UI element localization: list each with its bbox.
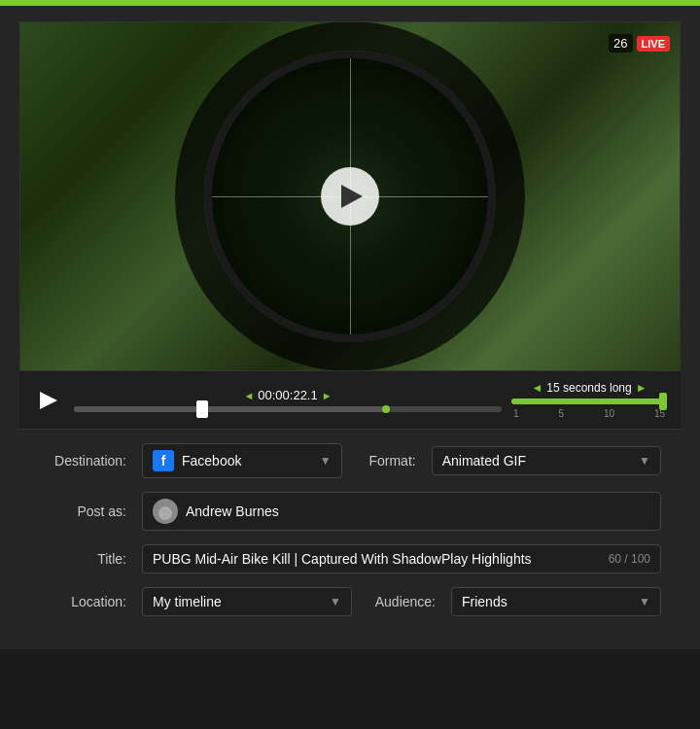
- trim-fill: [511, 399, 667, 404]
- trim-right-arrow: ►: [636, 381, 648, 395]
- format-chevron: ▼: [639, 454, 650, 468]
- live-number: 26: [609, 34, 632, 52]
- live-badge-group: 26 LIVE: [609, 34, 670, 52]
- location-label: Location:: [39, 594, 126, 609]
- audience-dropdown[interactable]: Friends ▼: [451, 587, 661, 616]
- destination-value: Facebook: [182, 453, 320, 469]
- location-chevron: ▼: [330, 595, 341, 608]
- title-label: Title:: [39, 551, 126, 567]
- format-dropdown[interactable]: Animated GIF ▼: [432, 446, 661, 475]
- live-tag: LIVE: [637, 36, 670, 52]
- timeline-marker: [382, 405, 390, 413]
- audience-value: Friends: [462, 594, 639, 609]
- trim-label: ◄ 15 seconds long ►: [511, 381, 667, 395]
- postas-label: Post as:: [39, 503, 126, 519]
- play-pause-button[interactable]: [33, 385, 64, 416]
- main-scrubber[interactable]: [74, 406, 502, 412]
- format-label: Format:: [358, 453, 416, 469]
- player-controls-bar: ◄ 00:00:22.1 ► ◄ 15 seconds long ►: [19, 371, 681, 430]
- audience-label: Audience:: [368, 594, 436, 609]
- tick-10: 10: [604, 408, 614, 419]
- destination-label: Destination:: [39, 453, 126, 469]
- time-display: ◄ 00:00:22.1 ►: [74, 388, 502, 402]
- char-count: 60 / 100: [609, 552, 650, 566]
- facebook-icon: f: [153, 450, 174, 471]
- location-audience-row: Location: My timeline ▼ Audience: Friend…: [39, 587, 661, 616]
- time-left-arrow: ◄: [243, 390, 254, 401]
- tick-1: 1: [513, 408, 519, 419]
- time-right-arrow: ►: [322, 390, 332, 401]
- destination-dropdown[interactable]: f Facebook ▼: [142, 443, 342, 478]
- trim-duration-text: 15 seconds long: [546, 381, 631, 395]
- timeline-fill: [74, 406, 382, 412]
- share-form: Destination: f Facebook ▼ Format: Animat…: [19, 430, 681, 630]
- location-dropdown[interactable]: My timeline ▼: [142, 587, 352, 616]
- postas-selector[interactable]: Andrew Burnes: [142, 492, 661, 531]
- video-thumbnail: 26 LIVE: [20, 22, 680, 370]
- tick-5: 5: [558, 408, 564, 419]
- user-avatar: [153, 499, 178, 524]
- trim-scrubber[interactable]: [511, 399, 667, 404]
- timeline-thumb[interactable]: [196, 400, 208, 418]
- format-value: Animated GIF: [442, 453, 639, 469]
- postas-value: Andrew Burnes: [186, 503, 650, 519]
- title-input-wrapper[interactable]: 60 / 100: [142, 544, 661, 573]
- audience-chevron: ▼: [639, 595, 650, 608]
- trim-right-handle[interactable]: [659, 393, 667, 410]
- time-current: 00:00:22.1: [258, 388, 317, 402]
- location-value: My timeline: [153, 594, 330, 609]
- title-row: Title: 60 / 100: [39, 544, 661, 573]
- trim-section: ◄ 15 seconds long ► 1 5 10 15: [511, 381, 667, 419]
- trim-left-arrow: ◄: [531, 381, 542, 395]
- destination-format-row: Destination: f Facebook ▼ Format: Animat…: [39, 443, 661, 478]
- postas-row: Post as: Andrew Burnes: [39, 492, 661, 531]
- trim-tick-marks: 1 5 10 15: [511, 408, 667, 419]
- main-timeline-section: ◄ 00:00:22.1 ►: [74, 388, 502, 412]
- video-player[interactable]: 26 LIVE: [19, 21, 681, 371]
- destination-chevron: ▼: [320, 454, 332, 468]
- video-play-button[interactable]: [321, 167, 379, 226]
- title-input[interactable]: [153, 551, 601, 567]
